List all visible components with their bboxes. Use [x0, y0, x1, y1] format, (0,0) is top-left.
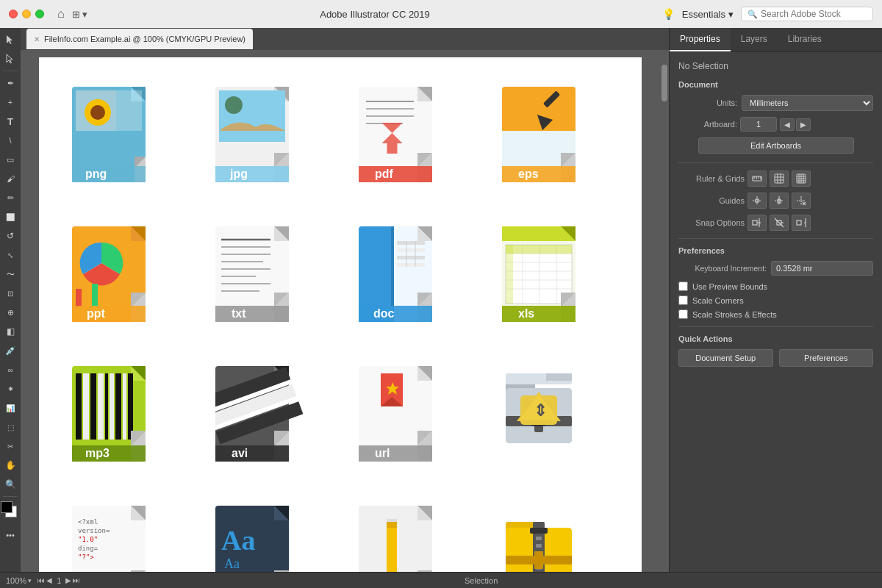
symbol-tool[interactable]: ⁕	[1, 380, 19, 398]
stock-search-input[interactable]	[761, 9, 864, 19]
lightbulb-icon[interactable]: 💡	[662, 8, 675, 20]
shape-builder-tool[interactable]: ⊕	[1, 304, 19, 321]
close-button[interactable]	[9, 10, 18, 18]
minimize-button[interactable]	[22, 10, 31, 18]
tab-layers[interactable]: Layers	[731, 28, 778, 51]
canvas-scrollbar-v[interactable]	[660, 50, 669, 572]
document-tab[interactable]: ✕ FileInfo.com Example.ai @ 100% (CMYK/G…	[26, 29, 253, 49]
svg-rect-202	[775, 174, 784, 183]
file-icon-jpg: jpg	[197, 72, 322, 212]
canvas-wrapper[interactable]: png	[21, 50, 660, 572]
essentials-button[interactable]: Essentials ▾	[682, 9, 734, 20]
warp-tool[interactable]: 〜	[1, 265, 19, 283]
canvas: png	[39, 57, 642, 572]
artboard-input[interactable]: 1	[740, 117, 777, 132]
blend-tool[interactable]: ∞	[1, 361, 19, 379]
paintbrush-tool[interactable]: 🖌	[1, 170, 19, 187]
keyboard-increment-input[interactable]	[771, 261, 873, 276]
maximize-button[interactable]	[35, 10, 44, 18]
artboard-next-btn[interactable]: ▶	[65, 576, 71, 584]
guide-show-icon[interactable]	[747, 193, 767, 209]
scale-strokes-checkbox[interactable]	[678, 309, 688, 319]
svg-text:mp3: mp3	[85, 447, 110, 459]
tab-close-icon[interactable]: ✕	[34, 35, 40, 43]
svg-rect-34	[502, 127, 576, 131]
scale-tool[interactable]: ⤡	[1, 246, 19, 264]
svg-text:jpg: jpg	[229, 168, 248, 180]
guides-icons	[747, 193, 811, 209]
direct-selection-tool[interactable]	[1, 50, 19, 68]
eyedropper-tool[interactable]: 💉	[1, 342, 19, 359]
guide-clear-icon[interactable]	[792, 193, 811, 209]
svg-rect-95	[506, 245, 572, 254]
pen-tool[interactable]: ✒	[1, 74, 19, 92]
layout-icon[interactable]: ⊞ ▾	[72, 9, 88, 20]
units-select[interactable]: Millimeters Pixels Inches Points	[742, 95, 873, 111]
document-section-title: Document	[678, 80, 873, 89]
zoom-control[interactable]: 100% ▾	[6, 576, 32, 585]
more-tools[interactable]: •••	[1, 526, 19, 544]
artboard-tool[interactable]: ⬚	[1, 418, 19, 436]
snap-icons	[747, 215, 811, 231]
free-transform-tool[interactable]: ⊡	[1, 284, 19, 302]
stock-search-box[interactable]: 🔍	[741, 7, 873, 21]
zoom-chevron-icon[interactable]: ▾	[28, 577, 32, 584]
zoom-tool[interactable]: 🔍	[1, 476, 19, 493]
divider-3	[678, 326, 873, 327]
artboard-first-btn[interactable]: ⏮	[37, 576, 45, 584]
tab-libraries[interactable]: Libraries	[778, 28, 832, 51]
pencil-tool[interactable]: ✏	[1, 189, 19, 207]
artboard-prev[interactable]: ◀	[780, 118, 795, 131]
artboard-last-btn[interactable]: ⏭	[73, 576, 80, 584]
ruler-icon[interactable]	[747, 171, 767, 187]
preferences-button[interactable]: Preferences	[779, 349, 874, 367]
svg-text:"1.0": "1.0"	[78, 536, 98, 543]
home-icon[interactable]: ⌂	[57, 7, 65, 21]
status-info: Selection	[86, 576, 876, 585]
keyboard-increment-label: Keyboard Increment:	[678, 264, 767, 273]
svg-text:Aa: Aa	[221, 525, 255, 556]
svg-marker-160	[131, 570, 146, 572]
svg-text:<?xml: <?xml	[78, 518, 98, 526]
file-icon-doc: doc	[340, 212, 465, 351]
snap-icon-3[interactable]	[792, 215, 811, 231]
scroll-thumb-v[interactable]	[662, 65, 667, 101]
guide-lock-icon[interactable]	[770, 193, 789, 209]
pixel-grid-icon[interactable]	[792, 171, 811, 187]
snap-options-label: Snap Options	[678, 218, 745, 227]
eraser-tool[interactable]: ⬜	[1, 208, 19, 226]
svg-rect-194	[534, 551, 543, 569]
tab-properties[interactable]: Properties	[670, 28, 731, 51]
snap-icon-2[interactable]	[770, 215, 789, 231]
svg-rect-6	[116, 90, 142, 131]
svg-text:eps: eps	[518, 168, 539, 180]
quick-actions-buttons: Document Setup Preferences	[678, 349, 873, 367]
type-tool[interactable]: T	[1, 112, 19, 130]
guides-row: Guides	[678, 193, 873, 209]
gradient-tool[interactable]: ◧	[1, 323, 19, 340]
svg-text:version=: version=	[78, 527, 110, 534]
selection-tool[interactable]	[1, 31, 19, 49]
line-tool[interactable]: \	[1, 132, 19, 149]
add-anchor-tool[interactable]: +	[1, 93, 19, 111]
grid-icon[interactable]	[770, 171, 789, 187]
rect-tool[interactable]: ▭	[1, 151, 19, 168]
use-preview-bounds-checkbox[interactable]	[678, 282, 688, 291]
snap-icon-1[interactable]	[747, 215, 767, 231]
artboard-next[interactable]: ▶	[796, 118, 811, 131]
svg-rect-110	[115, 373, 121, 440]
artboard-prev-btn[interactable]: ◀	[46, 576, 52, 584]
svg-rect-137	[359, 445, 432, 462]
stroke-color-swatch[interactable]	[1, 501, 12, 513]
document-setup-button[interactable]: Document Setup	[678, 349, 773, 367]
color-swatches[interactable]	[1, 501, 20, 520]
keyboard-increment-row: Keyboard Increment:	[678, 261, 873, 276]
rotate-tool[interactable]: ↺	[1, 227, 19, 245]
edit-artboards-button[interactable]: Edit Artboards	[698, 137, 854, 154]
column-graph-tool[interactable]: 📊	[1, 399, 19, 417]
hand-tool[interactable]: ✋	[1, 456, 19, 474]
slice-tool[interactable]: ✂	[1, 437, 19, 455]
zoom-value: 100%	[6, 576, 26, 585]
svg-rect-74	[397, 256, 425, 259]
scale-corners-checkbox[interactable]	[678, 295, 688, 305]
